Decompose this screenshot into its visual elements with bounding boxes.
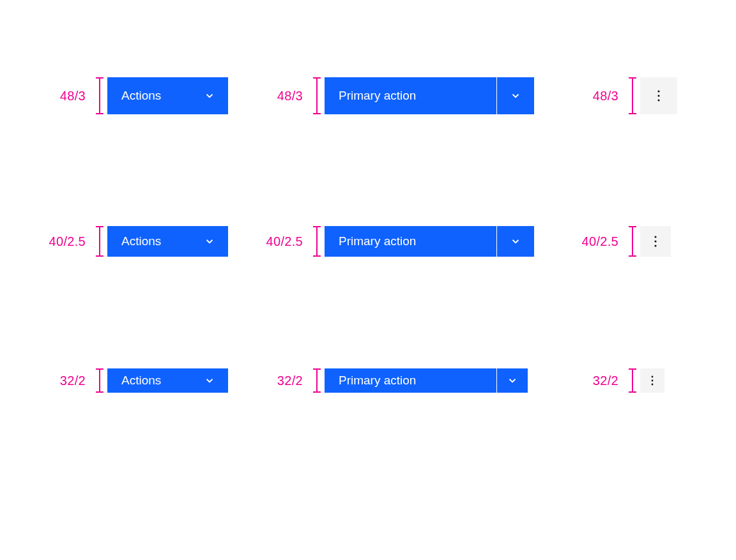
height-bracket: [313, 226, 321, 257]
split-button-primary[interactable]: Primary action: [325, 226, 496, 257]
size-spec-label: 48/3: [257, 89, 303, 103]
split-button-primary[interactable]: Primary action: [325, 368, 496, 393]
overflow-menu-button[interactable]: [640, 77, 677, 114]
size-spec-label: 40/2.5: [572, 234, 618, 249]
chevron-down-icon: [204, 375, 215, 386]
split-button-label: Primary action: [339, 374, 416, 388]
split-button: Primary action: [325, 368, 528, 393]
size-spec-label: 32/2: [572, 374, 618, 388]
overflow-menu-vertical-icon: [651, 375, 654, 386]
overflow-menu-vertical-icon: [657, 90, 660, 102]
svg-point-6: [652, 376, 654, 378]
overflow-menu-vertical-icon: [654, 236, 657, 247]
overflow-menu-button[interactable]: [640, 368, 664, 393]
height-bracket: [96, 368, 103, 393]
size-spec-label: 40/2.5: [40, 234, 86, 249]
split-button: Primary action: [325, 226, 534, 257]
actions-menu-button[interactable]: Actions: [107, 77, 228, 114]
svg-point-8: [652, 384, 654, 386]
svg-point-3: [654, 236, 656, 238]
chevron-down-icon: [510, 236, 521, 247]
svg-point-0: [657, 90, 659, 92]
height-bracket: [96, 77, 103, 114]
chevron-down-icon: [507, 375, 518, 386]
chevron-down-icon: [510, 90, 521, 102]
actions-menu-label: Actions: [121, 234, 161, 248]
actions-menu-button[interactable]: Actions: [107, 226, 228, 257]
height-bracket: [313, 77, 321, 114]
height-bracket: [313, 368, 321, 393]
height-bracket: [629, 368, 636, 393]
split-button-primary[interactable]: Primary action: [325, 77, 496, 114]
svg-point-4: [654, 240, 656, 242]
split-button-trigger[interactable]: [497, 226, 534, 257]
split-button-label: Primary action: [339, 234, 416, 248]
overflow-menu-button[interactable]: [640, 226, 671, 257]
size-spec-label: 32/2: [40, 374, 86, 388]
split-button: Primary action: [325, 77, 534, 114]
actions-menu-label: Actions: [121, 374, 161, 388]
height-bracket: [96, 226, 103, 257]
actions-menu-label: Actions: [121, 89, 161, 103]
size-spec-label: 48/3: [572, 89, 618, 103]
svg-point-1: [657, 95, 659, 96]
svg-point-7: [652, 380, 654, 382]
size-spec-label: 32/2: [257, 374, 303, 388]
size-spec-label: 48/3: [40, 89, 86, 103]
chevron-down-icon: [204, 236, 215, 247]
height-bracket: [629, 77, 636, 114]
height-bracket: [629, 226, 636, 257]
split-button-label: Primary action: [339, 89, 416, 103]
svg-point-5: [654, 245, 656, 246]
size-spec-label: 40/2.5: [257, 234, 303, 249]
split-button-trigger[interactable]: [497, 77, 534, 114]
svg-point-2: [657, 99, 659, 101]
split-button-trigger[interactable]: [497, 368, 528, 393]
chevron-down-icon: [204, 90, 215, 102]
actions-menu-button[interactable]: Actions: [107, 368, 228, 393]
